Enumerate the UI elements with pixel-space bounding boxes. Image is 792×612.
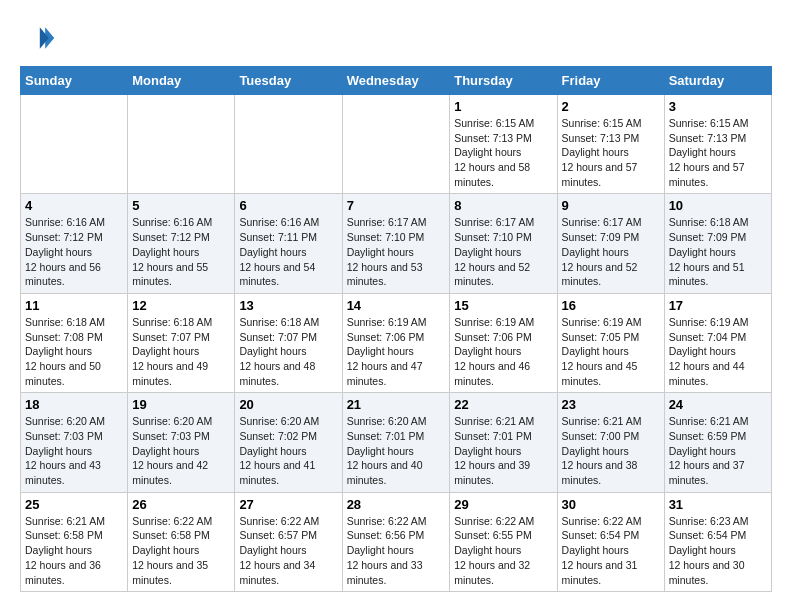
calendar-cell: 10 Sunrise: 6:18 AM Sunset: 7:09 PM Dayl… xyxy=(664,194,771,293)
calendar-week-row: 1 Sunrise: 6:15 AM Sunset: 7:13 PM Dayli… xyxy=(21,95,772,194)
calendar-day-header: Sunday xyxy=(21,67,128,95)
day-number: 7 xyxy=(347,198,446,213)
calendar-week-row: 11 Sunrise: 6:18 AM Sunset: 7:08 PM Dayl… xyxy=(21,293,772,392)
calendar-cell: 11 Sunrise: 6:18 AM Sunset: 7:08 PM Dayl… xyxy=(21,293,128,392)
day-info: Sunrise: 6:16 AM Sunset: 7:12 PM Dayligh… xyxy=(25,216,105,287)
calendar-cell: 8 Sunrise: 6:17 AM Sunset: 7:10 PM Dayli… xyxy=(450,194,557,293)
day-info: Sunrise: 6:19 AM Sunset: 7:04 PM Dayligh… xyxy=(669,316,749,387)
day-number: 6 xyxy=(239,198,337,213)
day-number: 18 xyxy=(25,397,123,412)
calendar-cell: 16 Sunrise: 6:19 AM Sunset: 7:05 PM Dayl… xyxy=(557,293,664,392)
day-number: 24 xyxy=(669,397,767,412)
day-info: Sunrise: 6:18 AM Sunset: 7:08 PM Dayligh… xyxy=(25,316,105,387)
calendar-cell: 9 Sunrise: 6:17 AM Sunset: 7:09 PM Dayli… xyxy=(557,194,664,293)
calendar-cell: 3 Sunrise: 6:15 AM Sunset: 7:13 PM Dayli… xyxy=(664,95,771,194)
calendar-cell: 20 Sunrise: 6:20 AM Sunset: 7:02 PM Dayl… xyxy=(235,393,342,492)
calendar-week-row: 25 Sunrise: 6:21 AM Sunset: 6:58 PM Dayl… xyxy=(21,492,772,591)
day-number: 11 xyxy=(25,298,123,313)
calendar-cell: 7 Sunrise: 6:17 AM Sunset: 7:10 PM Dayli… xyxy=(342,194,450,293)
day-number: 28 xyxy=(347,497,446,512)
calendar-cell: 18 Sunrise: 6:20 AM Sunset: 7:03 PM Dayl… xyxy=(21,393,128,492)
calendar-cell: 21 Sunrise: 6:20 AM Sunset: 7:01 PM Dayl… xyxy=(342,393,450,492)
day-info: Sunrise: 6:21 AM Sunset: 7:00 PM Dayligh… xyxy=(562,415,642,486)
day-number: 14 xyxy=(347,298,446,313)
calendar-day-header: Thursday xyxy=(450,67,557,95)
day-info: Sunrise: 6:20 AM Sunset: 7:03 PM Dayligh… xyxy=(25,415,105,486)
day-info: Sunrise: 6:21 AM Sunset: 7:01 PM Dayligh… xyxy=(454,415,534,486)
calendar-cell: 13 Sunrise: 6:18 AM Sunset: 7:07 PM Dayl… xyxy=(235,293,342,392)
calendar-day-header: Monday xyxy=(128,67,235,95)
calendar-cell: 12 Sunrise: 6:18 AM Sunset: 7:07 PM Dayl… xyxy=(128,293,235,392)
day-info: Sunrise: 6:17 AM Sunset: 7:09 PM Dayligh… xyxy=(562,216,642,287)
day-info: Sunrise: 6:22 AM Sunset: 6:56 PM Dayligh… xyxy=(347,515,427,586)
day-number: 25 xyxy=(25,497,123,512)
calendar-day-header: Friday xyxy=(557,67,664,95)
page-header xyxy=(20,20,772,56)
day-number: 2 xyxy=(562,99,660,114)
day-number: 16 xyxy=(562,298,660,313)
calendar-cell: 5 Sunrise: 6:16 AM Sunset: 7:12 PM Dayli… xyxy=(128,194,235,293)
day-info: Sunrise: 6:21 AM Sunset: 6:59 PM Dayligh… xyxy=(669,415,749,486)
day-number: 12 xyxy=(132,298,230,313)
day-info: Sunrise: 6:21 AM Sunset: 6:58 PM Dayligh… xyxy=(25,515,105,586)
day-number: 27 xyxy=(239,497,337,512)
calendar-cell: 23 Sunrise: 6:21 AM Sunset: 7:00 PM Dayl… xyxy=(557,393,664,492)
calendar-cell: 22 Sunrise: 6:21 AM Sunset: 7:01 PM Dayl… xyxy=(450,393,557,492)
calendar-body: 1 Sunrise: 6:15 AM Sunset: 7:13 PM Dayli… xyxy=(21,95,772,592)
calendar-cell: 2 Sunrise: 6:15 AM Sunset: 7:13 PM Dayli… xyxy=(557,95,664,194)
day-info: Sunrise: 6:22 AM Sunset: 6:57 PM Dayligh… xyxy=(239,515,319,586)
day-number: 4 xyxy=(25,198,123,213)
calendar-day-header: Wednesday xyxy=(342,67,450,95)
calendar-cell: 6 Sunrise: 6:16 AM Sunset: 7:11 PM Dayli… xyxy=(235,194,342,293)
calendar-cell: 28 Sunrise: 6:22 AM Sunset: 6:56 PM Dayl… xyxy=(342,492,450,591)
day-number: 20 xyxy=(239,397,337,412)
day-number: 8 xyxy=(454,198,552,213)
day-info: Sunrise: 6:15 AM Sunset: 7:13 PM Dayligh… xyxy=(562,117,642,188)
day-info: Sunrise: 6:18 AM Sunset: 7:09 PM Dayligh… xyxy=(669,216,749,287)
calendar-cell: 17 Sunrise: 6:19 AM Sunset: 7:04 PM Dayl… xyxy=(664,293,771,392)
day-number: 13 xyxy=(239,298,337,313)
day-number: 31 xyxy=(669,497,767,512)
calendar-header-row: SundayMondayTuesdayWednesdayThursdayFrid… xyxy=(21,67,772,95)
day-number: 21 xyxy=(347,397,446,412)
day-number: 1 xyxy=(454,99,552,114)
calendar-cell: 14 Sunrise: 6:19 AM Sunset: 7:06 PM Dayl… xyxy=(342,293,450,392)
calendar-cell: 29 Sunrise: 6:22 AM Sunset: 6:55 PM Dayl… xyxy=(450,492,557,591)
logo xyxy=(20,20,62,56)
day-info: Sunrise: 6:20 AM Sunset: 7:02 PM Dayligh… xyxy=(239,415,319,486)
calendar-cell xyxy=(235,95,342,194)
day-info: Sunrise: 6:22 AM Sunset: 6:54 PM Dayligh… xyxy=(562,515,642,586)
day-info: Sunrise: 6:16 AM Sunset: 7:12 PM Dayligh… xyxy=(132,216,212,287)
calendar-cell: 1 Sunrise: 6:15 AM Sunset: 7:13 PM Dayli… xyxy=(450,95,557,194)
day-number: 17 xyxy=(669,298,767,313)
day-number: 3 xyxy=(669,99,767,114)
day-info: Sunrise: 6:19 AM Sunset: 7:06 PM Dayligh… xyxy=(454,316,534,387)
calendar-week-row: 4 Sunrise: 6:16 AM Sunset: 7:12 PM Dayli… xyxy=(21,194,772,293)
calendar-day-header: Saturday xyxy=(664,67,771,95)
day-number: 30 xyxy=(562,497,660,512)
day-info: Sunrise: 6:17 AM Sunset: 7:10 PM Dayligh… xyxy=(454,216,534,287)
day-number: 15 xyxy=(454,298,552,313)
day-number: 22 xyxy=(454,397,552,412)
calendar-cell: 31 Sunrise: 6:23 AM Sunset: 6:54 PM Dayl… xyxy=(664,492,771,591)
day-number: 26 xyxy=(132,497,230,512)
day-info: Sunrise: 6:20 AM Sunset: 7:01 PM Dayligh… xyxy=(347,415,427,486)
calendar-cell: 25 Sunrise: 6:21 AM Sunset: 6:58 PM Dayl… xyxy=(21,492,128,591)
day-number: 29 xyxy=(454,497,552,512)
day-number: 5 xyxy=(132,198,230,213)
calendar-cell: 27 Sunrise: 6:22 AM Sunset: 6:57 PM Dayl… xyxy=(235,492,342,591)
day-info: Sunrise: 6:22 AM Sunset: 6:55 PM Dayligh… xyxy=(454,515,534,586)
logo-icon xyxy=(20,20,56,56)
day-info: Sunrise: 6:22 AM Sunset: 6:58 PM Dayligh… xyxy=(132,515,212,586)
day-info: Sunrise: 6:19 AM Sunset: 7:05 PM Dayligh… xyxy=(562,316,642,387)
calendar-cell: 4 Sunrise: 6:16 AM Sunset: 7:12 PM Dayli… xyxy=(21,194,128,293)
calendar-cell: 19 Sunrise: 6:20 AM Sunset: 7:03 PM Dayl… xyxy=(128,393,235,492)
day-info: Sunrise: 6:18 AM Sunset: 7:07 PM Dayligh… xyxy=(239,316,319,387)
calendar-week-row: 18 Sunrise: 6:20 AM Sunset: 7:03 PM Dayl… xyxy=(21,393,772,492)
calendar-cell: 24 Sunrise: 6:21 AM Sunset: 6:59 PM Dayl… xyxy=(664,393,771,492)
day-number: 19 xyxy=(132,397,230,412)
calendar-cell xyxy=(128,95,235,194)
calendar-day-header: Tuesday xyxy=(235,67,342,95)
calendar-cell xyxy=(342,95,450,194)
day-info: Sunrise: 6:15 AM Sunset: 7:13 PM Dayligh… xyxy=(669,117,749,188)
